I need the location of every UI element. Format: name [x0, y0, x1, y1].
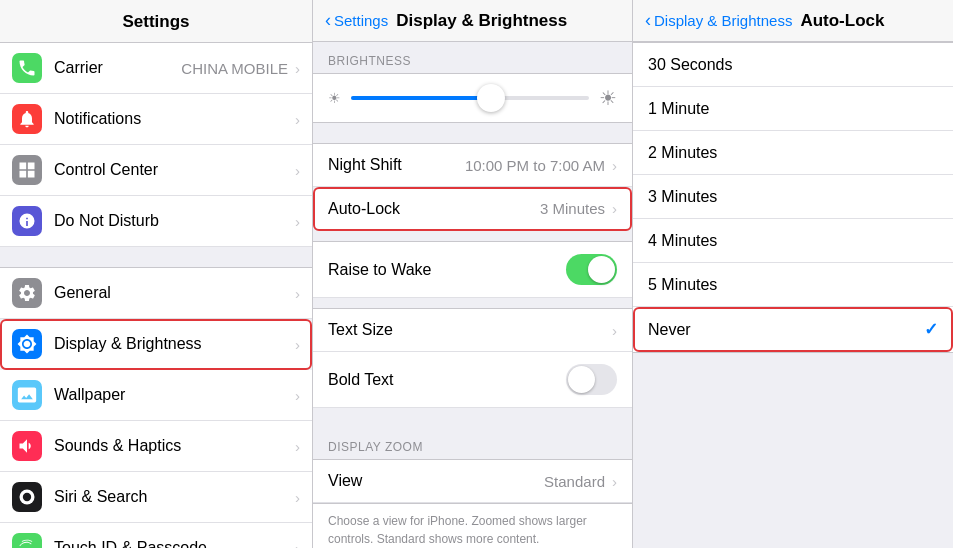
bold-text-row[interactable]: Bold Text: [313, 352, 632, 408]
carrier-value: CHINA MOBILE: [181, 60, 288, 77]
touch-id-label: Touch ID & Passcode: [54, 539, 293, 548]
sidebar-item-siri-search[interactable]: Siri & Search ›: [0, 472, 312, 523]
autolock-label-5-minutes: 5 Minutes: [648, 276, 938, 294]
raise-to-wake-row[interactable]: Raise to Wake: [313, 241, 632, 298]
display-back-label: Settings: [334, 12, 388, 29]
display-brightness-panel: ‹ Settings Display & Brightness BRIGHTNE…: [313, 0, 633, 548]
night-shift-value: 10:00 PM to 7:00 AM: [465, 157, 605, 174]
bold-text-label: Bold Text: [328, 371, 566, 389]
night-shift-chevron: ›: [612, 157, 617, 174]
text-size-chevron: ›: [612, 322, 617, 339]
sidebar-item-sounds-haptics[interactable]: Sounds & Haptics ›: [0, 421, 312, 472]
auto-lock-nav: ‹ Display & Brightness Auto-Lock: [633, 0, 953, 42]
control-center-chevron: ›: [295, 162, 300, 179]
sounds-haptics-label: Sounds & Haptics: [54, 437, 293, 455]
general-icon: [12, 278, 42, 308]
auto-lock-row[interactable]: Auto-Lock 3 Minutes ›: [313, 187, 632, 231]
sidebar-item-control-center[interactable]: Control Center ›: [0, 145, 312, 196]
text-size-label: Text Size: [328, 321, 610, 339]
auto-lock-back-label: Display & Brightness: [654, 12, 792, 29]
sounds-haptics-chevron: ›: [295, 438, 300, 455]
sidebar-item-notifications[interactable]: Notifications ›: [0, 94, 312, 145]
autolock-label-2-minutes: 2 Minutes: [648, 144, 938, 162]
auto-lock-panel: ‹ Display & Brightness Auto-Lock 30 Seco…: [633, 0, 953, 548]
settings-panel: Settings Carrier CHINA MOBILE › Notifica…: [0, 0, 313, 548]
wallpaper-icon: [12, 380, 42, 410]
display-zoom-section: DISPLAY ZOOM View Standard › Choose a vi…: [313, 428, 632, 548]
carrier-row[interactable]: Carrier CHINA MOBILE ›: [0, 43, 312, 94]
zoom-description: Choose a view for iPhone. Zoomed shows l…: [313, 503, 632, 548]
view-label: View: [328, 472, 544, 490]
autolock-label-1-minute: 1 Minute: [648, 100, 938, 118]
display-back-button[interactable]: ‹ Settings: [325, 10, 388, 31]
brightness-slider-section: ☀ ☀: [313, 73, 632, 123]
general-label: General: [54, 284, 293, 302]
auto-lock-title: Auto-Lock: [800, 11, 884, 31]
autolock-label-30-seconds: 30 Seconds: [648, 56, 938, 74]
autolock-item-never[interactable]: Never ✓: [633, 307, 953, 352]
settings-title: Settings: [0, 12, 312, 32]
auto-lock-back-chevron-icon: ‹: [645, 10, 651, 31]
do-not-disturb-icon: [12, 206, 42, 236]
svg-point-1: [23, 493, 31, 501]
autolock-item-5-minutes[interactable]: 5 Minutes: [633, 263, 953, 307]
sidebar-item-do-not-disturb[interactable]: Do Not Disturb ›: [0, 196, 312, 247]
notifications-label: Notifications: [54, 110, 293, 128]
autolock-label-3-minutes: 3 Minutes: [648, 188, 938, 206]
sidebar-item-touch-id-passcode[interactable]: Touch ID & Passcode ›: [0, 523, 312, 548]
autolock-item-4-minutes[interactable]: 4 Minutes: [633, 219, 953, 263]
autolock-label-never: Never: [648, 321, 924, 339]
notifications-chevron: ›: [295, 111, 300, 128]
raise-to-wake-thumb: [588, 256, 615, 283]
display-zoom-label: DISPLAY ZOOM: [313, 428, 632, 459]
siri-search-icon: [12, 482, 42, 512]
sidebar-item-display-brightness[interactable]: Display & Brightness ›: [0, 319, 312, 370]
view-value: Standard: [544, 473, 605, 490]
brightness-min-icon: ☀: [328, 90, 341, 106]
autolock-item-3-minutes[interactable]: 3 Minutes: [633, 175, 953, 219]
autolock-item-2-minutes[interactable]: 2 Minutes: [633, 131, 953, 175]
view-chevron: ›: [612, 473, 617, 490]
display-brightness-title: Display & Brightness: [396, 11, 567, 31]
sidebar-item-general[interactable]: General ›: [0, 267, 312, 319]
autolock-checkmark-never: ✓: [924, 319, 938, 340]
siri-search-chevron: ›: [295, 489, 300, 506]
raise-to-wake-label: Raise to Wake: [328, 261, 566, 279]
text-size-row[interactable]: Text Size ›: [313, 308, 632, 352]
display-brightness-chevron: ›: [295, 336, 300, 353]
auto-lock-empty-section: [633, 353, 953, 453]
do-not-disturb-label: Do Not Disturb: [54, 212, 293, 230]
zoom-description-text: Choose a view for iPhone. Zoomed shows l…: [328, 512, 617, 548]
sidebar-item-wallpaper[interactable]: Wallpaper ›: [0, 370, 312, 421]
night-shift-row[interactable]: Night Shift 10:00 PM to 7:00 AM ›: [313, 143, 632, 187]
display-brightness-label: Display & Brightness: [54, 335, 293, 353]
settings-header: Settings: [0, 0, 312, 43]
carrier-chevron: ›: [295, 60, 300, 77]
autolock-item-30-seconds[interactable]: 30 Seconds: [633, 43, 953, 87]
brightness-section-label: BRIGHTNESS: [313, 42, 632, 73]
siri-search-label: Siri & Search: [54, 488, 293, 506]
control-center-icon: [12, 155, 42, 185]
auto-lock-label: Auto-Lock: [328, 200, 540, 218]
bold-text-toggle[interactable]: [566, 364, 617, 395]
wallpaper-chevron: ›: [295, 387, 300, 404]
raise-to-wake-toggle[interactable]: [566, 254, 617, 285]
auto-lock-back-button[interactable]: ‹ Display & Brightness: [645, 10, 792, 31]
touch-id-chevron: ›: [295, 540, 300, 549]
brightness-row: ☀ ☀: [328, 86, 617, 110]
notifications-icon: [12, 104, 42, 134]
night-shift-label: Night Shift: [328, 156, 465, 174]
wallpaper-label: Wallpaper: [54, 386, 293, 404]
brightness-max-icon: ☀: [599, 86, 617, 110]
carrier-label: Carrier: [54, 59, 181, 77]
do-not-disturb-chevron: ›: [295, 213, 300, 230]
autolock-item-1-minute[interactable]: 1 Minute: [633, 87, 953, 131]
auto-lock-list: 30 Seconds 1 Minute 2 Minutes 3 Minutes …: [633, 42, 953, 353]
brightness-fill: [351, 96, 482, 100]
brightness-slider[interactable]: [351, 96, 589, 100]
back-chevron-icon: ‹: [325, 10, 331, 31]
view-row[interactable]: View Standard ›: [313, 459, 632, 503]
auto-lock-value: 3 Minutes: [540, 200, 605, 217]
display-brightness-nav: ‹ Settings Display & Brightness: [313, 0, 632, 42]
auto-lock-chevron: ›: [612, 200, 617, 217]
